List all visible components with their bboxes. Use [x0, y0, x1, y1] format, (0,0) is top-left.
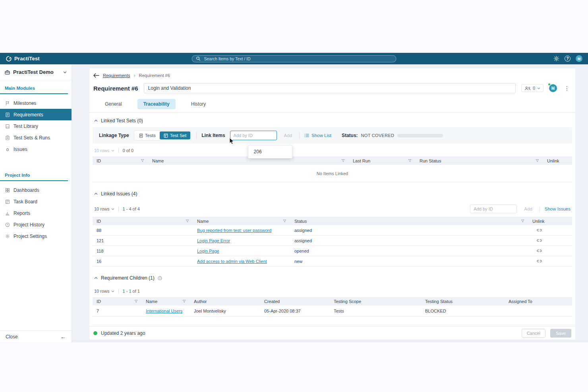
save-button[interactable]: Save	[550, 329, 571, 338]
sidebar-item-test-sets-runs[interactable]: Test Sets & Runs	[0, 132, 72, 143]
sidebar-item-test-library[interactable]: Test Library	[0, 120, 72, 132]
breadcrumb-requirements-link[interactable]: Requirements	[103, 73, 130, 78]
sidebar-item-reports[interactable]: Reports	[0, 207, 72, 219]
issue-status: assigned	[290, 236, 528, 245]
tab-general[interactable]: General	[99, 99, 128, 109]
requirement-name-input[interactable]	[144, 83, 516, 93]
user-avatar[interactable]: M	[576, 55, 582, 62]
show-issues-link[interactable]: Show Issues	[545, 207, 571, 211]
unlink-icon[interactable]	[532, 239, 542, 242]
issue-link[interactable]: Add access to admin via Web Client	[197, 259, 267, 264]
watchers-dropdown[interactable]: 0	[521, 84, 544, 92]
sidebar-item-milestones[interactable]: Milestones	[0, 97, 72, 109]
show-list-link[interactable]: Show List	[304, 133, 331, 138]
global-search[interactable]	[192, 55, 397, 62]
search-input[interactable]	[203, 56, 392, 62]
unlink-icon[interactable]	[532, 259, 542, 263]
title-row: Requirement #6 0 M	[89, 78, 575, 97]
column-header: Last Run	[353, 158, 370, 163]
child-testing-scope: Tests	[330, 305, 421, 316]
brand-name: PractiTest	[14, 56, 40, 62]
filter-funnel-icon[interactable]	[408, 159, 412, 162]
app-body: PractiTest Demo Main Modules Milestones …	[0, 64, 588, 342]
footer-actions: Cancel Save	[522, 329, 571, 338]
unlink-icon[interactable]	[532, 228, 542, 232]
filter-funnel-icon[interactable]	[521, 219, 524, 223]
sidebar-item-issues[interactable]: Issues	[0, 143, 72, 155]
tab-history[interactable]: History	[185, 99, 212, 109]
test-sets-pagination: 10 rows 0 of 0	[93, 144, 572, 156]
rows-per-page-select[interactable]: 10 rows	[94, 289, 114, 294]
filter-funnel-icon[interactable]	[141, 159, 144, 162]
id-suggestion-item[interactable]: 206	[248, 147, 292, 156]
chevron-down-icon	[111, 290, 114, 292]
issue-link[interactable]: Login Page	[197, 249, 219, 253]
add-issue-by-id-input[interactable]	[470, 205, 517, 213]
column-header: ID	[97, 219, 101, 224]
topbar-actions: ? M	[553, 55, 582, 62]
add-button[interactable]: Add	[282, 133, 294, 138]
page-title: Requirement #6	[93, 85, 138, 92]
briefcase-icon	[5, 70, 10, 75]
requirement-children-table: ID Name Author Created Testing Scope Tes…	[93, 297, 572, 317]
sidebar-item-requirements[interactable]: Requirements	[0, 109, 72, 120]
kebab-menu-icon[interactable]: ⋮	[563, 85, 571, 91]
close-sidebar-button[interactable]: Close ←	[0, 330, 72, 342]
collapse-chevron-icon[interactable]	[94, 277, 98, 279]
reports-chart-icon	[5, 211, 10, 216]
clipboard-icon	[5, 135, 10, 140]
issues-pagination: 10 rows 1 - 4 of 4 Add Show Issues	[93, 200, 572, 217]
rows-per-page-select[interactable]: 10 rows	[94, 148, 114, 153]
sidebar-item-task-board[interactable]: Task Board	[0, 196, 72, 207]
breadcrumb-current: Requirement #6	[139, 73, 170, 78]
card-footer: Updated 2 years ago Cancel Save	[89, 326, 575, 340]
sidebar-item-project-settings[interactable]: Project Settings	[0, 230, 72, 242]
help-icon[interactable]: ?	[565, 56, 571, 62]
brand[interactable]: PractiTest	[6, 56, 40, 62]
tab-traceability[interactable]: Traceability	[137, 99, 176, 109]
filter-funnel-icon[interactable]	[182, 299, 186, 303]
tests-toggle-button[interactable]: Tests	[135, 131, 160, 139]
book-icon	[5, 124, 10, 129]
section-title: Requirement Children (1)	[101, 275, 155, 281]
back-arrow-icon[interactable]	[93, 73, 99, 78]
filter-funnel-icon[interactable]	[134, 299, 138, 303]
cancel-button[interactable]: Cancel	[522, 329, 545, 338]
collapse-chevron-icon[interactable]	[94, 193, 98, 195]
requirement-children-header[interactable]: Requirement Children (1)	[93, 266, 572, 284]
issue-link[interactable]: Login Page Error	[197, 238, 230, 243]
linked-issues-header[interactable]: Linked Issues (4)	[93, 182, 572, 200]
issue-id: 121	[93, 236, 193, 245]
child-testing-status: BLOCKED	[421, 305, 505, 316]
assignee-avatar[interactable]: M	[549, 84, 557, 92]
issue-id: 88	[93, 225, 193, 235]
linked-test-sets-header[interactable]: Linked Test Sets (0)	[93, 113, 572, 127]
sidebar: PractiTest Demo Main Modules Milestones …	[0, 64, 72, 342]
collapse-chevron-icon[interactable]	[94, 120, 98, 122]
sidebar-item-project-history[interactable]: Project History	[0, 219, 72, 230]
test-set-toggle-button[interactable]: Test Set	[160, 131, 191, 139]
issue-link[interactable]: Bug reported from test: user password	[197, 228, 271, 233]
practitest-logo-icon	[6, 56, 12, 62]
coverage-status-group: Status: NOT COVERED	[342, 133, 443, 138]
filter-funnel-icon[interactable]	[536, 159, 539, 162]
workspace-selector[interactable]: PractiTest Demo	[0, 64, 72, 80]
dashboard-grid-icon	[5, 188, 10, 193]
unlink-icon[interactable]	[532, 249, 542, 253]
main-content: Requirements › Requirement #6 Requiremen…	[72, 64, 588, 342]
bug-icon	[5, 147, 10, 152]
filter-funnel-icon[interactable]	[283, 219, 286, 223]
chevron-down-icon	[537, 87, 540, 89]
add-issue-button[interactable]: Add	[522, 206, 534, 212]
sidebar-item-dashboards[interactable]: Dashboards	[0, 184, 72, 196]
filter-funnel-icon[interactable]	[341, 159, 345, 162]
search-icon	[196, 56, 201, 61]
history-clock-icon	[5, 222, 10, 227]
filter-funnel-icon[interactable]	[186, 219, 189, 223]
add-by-id-input[interactable]	[230, 131, 277, 140]
rows-per-page-select[interactable]: 10 rows	[94, 207, 114, 211]
info-icon[interactable]	[158, 276, 162, 280]
child-requirement-link[interactable]: International Users	[146, 309, 182, 313]
column-header: Name	[152, 158, 164, 163]
gear-icon[interactable]	[553, 56, 559, 62]
